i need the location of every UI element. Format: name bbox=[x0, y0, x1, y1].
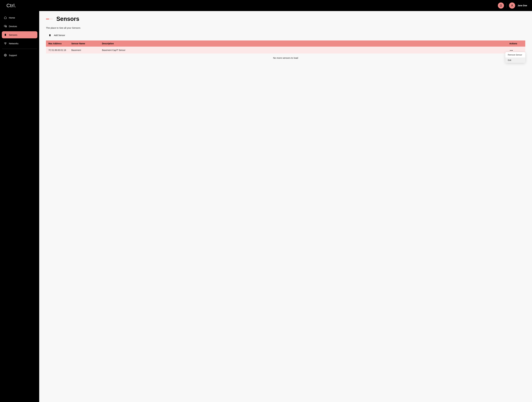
user-icon bbox=[511, 4, 513, 7]
sidebar-item-label: Support bbox=[9, 54, 17, 57]
cell-description: Basement Cap/T Sensor bbox=[100, 47, 507, 53]
row-actions-menu: Remove Sensor Edit bbox=[505, 52, 525, 63]
sidebar-item-label: Devices bbox=[9, 25, 17, 28]
no-more-label: No more sensors to load bbox=[46, 53, 525, 62]
sidebar-item-networks[interactable]: Networks bbox=[2, 40, 37, 47]
bell-icon bbox=[500, 4, 502, 7]
page-title: Sensors bbox=[56, 16, 79, 22]
home-icon bbox=[4, 16, 7, 19]
page-subtitle: The place to See all your Sensors bbox=[46, 26, 525, 29]
menu-item-remove-sensor[interactable]: Remove Sensor bbox=[505, 52, 525, 58]
sidebar-item-sensors[interactable]: Sensors bbox=[2, 31, 37, 38]
sidebar-item-label: Networks bbox=[9, 42, 19, 45]
menu-item-edit[interactable]: Edit bbox=[505, 58, 525, 63]
dot-icon bbox=[511, 50, 512, 51]
svg-rect-3 bbox=[5, 34, 6, 36]
sensors-table: Mac Address Sensor Name Description Acti… bbox=[46, 40, 525, 53]
svg-point-10 bbox=[5, 44, 6, 45]
th-description: Description bbox=[100, 40, 507, 47]
cell-mac: 7C:51:89:00:01:18 bbox=[46, 47, 69, 53]
sensor-icon bbox=[4, 33, 7, 36]
row-actions-button[interactable] bbox=[509, 50, 513, 51]
title-accent bbox=[46, 19, 53, 19]
svg-rect-12 bbox=[50, 34, 50, 36]
main-content: Sensors The place to See all your Sensor… bbox=[39, 11, 532, 402]
sidebar-item-label: Home bbox=[9, 16, 15, 19]
sidebar-item-home[interactable]: Home bbox=[2, 14, 37, 21]
add-sensor-label: Add Sensor bbox=[54, 34, 65, 37]
table-header-row: Mac Address Sensor Name Description Acti… bbox=[46, 40, 525, 47]
cell-actions: Remove Sensor Edit bbox=[507, 47, 525, 53]
notifications-button[interactable] bbox=[498, 2, 504, 9]
title-row: Sensors bbox=[46, 16, 525, 22]
dot-icon bbox=[512, 50, 513, 51]
devices-icon bbox=[4, 25, 7, 28]
cell-name: Basement bbox=[69, 47, 100, 53]
svg-point-11 bbox=[5, 55, 6, 56]
topbar-right: Jane Doe bbox=[498, 2, 527, 9]
table-row: 7C:51:89:00:01:18 Basement Basement Cap/… bbox=[46, 47, 525, 53]
sidebar-item-devices[interactable]: Devices bbox=[2, 23, 37, 30]
th-actions: Actions bbox=[507, 40, 525, 47]
user-avatar[interactable] bbox=[509, 2, 515, 9]
th-mac: Mac Address bbox=[46, 40, 69, 47]
topbar: Ctrl. Jane Doe bbox=[0, 0, 532, 11]
sidebar: Home Devices Sensors bbox=[0, 11, 39, 402]
wifi-icon bbox=[4, 42, 7, 45]
sidebar-item-label: Sensors bbox=[9, 33, 17, 36]
brand-logo[interactable]: Ctrl. bbox=[5, 3, 16, 8]
dot-icon bbox=[510, 50, 511, 51]
sensor-icon bbox=[49, 34, 51, 37]
th-name: Sensor Name bbox=[69, 40, 100, 47]
gear-icon bbox=[4, 54, 7, 57]
add-sensor-button[interactable]: Add Sensor bbox=[46, 33, 67, 38]
user-name[interactable]: Jane Doe bbox=[518, 4, 527, 7]
svg-point-0 bbox=[512, 5, 513, 6]
sidebar-item-support[interactable]: Support bbox=[2, 52, 37, 59]
